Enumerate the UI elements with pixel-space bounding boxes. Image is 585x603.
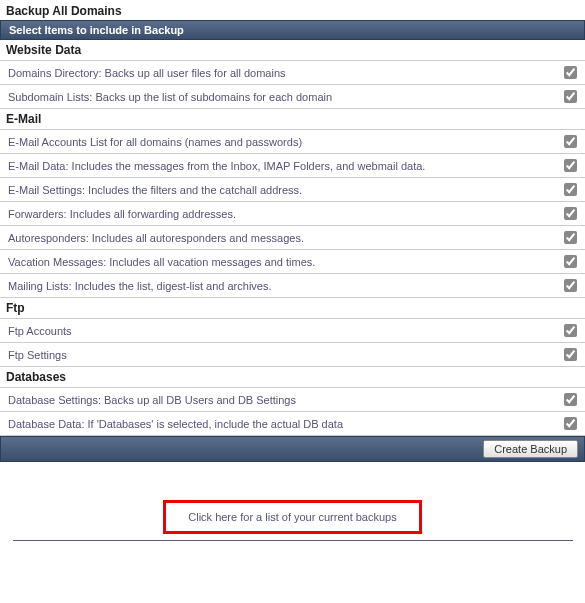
section-ftp: Ftp [0, 298, 585, 319]
row-mailing-lists: Mailing Lists: Includes the list, digest… [0, 274, 585, 298]
row-ftp-accounts: Ftp Accounts [0, 319, 585, 343]
divider [13, 540, 573, 541]
checkbox-vacation-messages[interactable] [564, 255, 577, 268]
create-backup-button[interactable]: Create Backup [483, 440, 578, 458]
label-ftp-accounts: Ftp Accounts [8, 325, 564, 337]
section-website-data: Website Data [0, 40, 585, 61]
section-databases: Databases [0, 367, 585, 388]
row-subdomain-lists: Subdomain Lists: Backs up the list of su… [0, 85, 585, 109]
row-ftp-settings: Ftp Settings [0, 343, 585, 367]
current-backups-link[interactable]: Click here for a list of your current ba… [188, 511, 396, 523]
row-database-settings: Database Settings: Backs up all DB Users… [0, 388, 585, 412]
checkbox-subdomain-lists[interactable] [564, 90, 577, 103]
row-vacation-messages: Vacation Messages: Includes all vacation… [0, 250, 585, 274]
checkbox-email-settings[interactable] [564, 183, 577, 196]
checkbox-email-data[interactable] [564, 159, 577, 172]
checkbox-database-settings[interactable] [564, 393, 577, 406]
label-email-settings: E-Mail Settings: Includes the filters an… [8, 184, 564, 196]
checkbox-ftp-settings[interactable] [564, 348, 577, 361]
section-email: E-Mail [0, 109, 585, 130]
page-title: Backup All Domains [0, 0, 585, 20]
label-autoresponders: Autoresponders: Includes all autorespond… [8, 232, 564, 244]
label-email-data: E-Mail Data: Includes the messages from … [8, 160, 564, 172]
row-domains-directory: Domains Directory: Backs up all user fil… [0, 61, 585, 85]
backups-link-container: Click here for a list of your current ba… [0, 500, 585, 534]
label-database-settings: Database Settings: Backs up all DB Users… [8, 394, 564, 406]
label-database-data: Database Data: If 'Databases' is selecte… [8, 418, 564, 430]
label-domains-directory: Domains Directory: Backs up all user fil… [8, 67, 564, 79]
select-items-header: Select Items to include in Backup [0, 20, 585, 40]
row-database-data: Database Data: If 'Databases' is selecte… [0, 412, 585, 436]
checkbox-database-data[interactable] [564, 417, 577, 430]
checkbox-domains-directory[interactable] [564, 66, 577, 79]
label-forwarders: Forwarders: Includes all forwarding addr… [8, 208, 564, 220]
row-email-settings: E-Mail Settings: Includes the filters an… [0, 178, 585, 202]
label-email-accounts: E-Mail Accounts List for all domains (na… [8, 136, 564, 148]
label-ftp-settings: Ftp Settings [8, 349, 564, 361]
row-autoresponders: Autoresponders: Includes all autorespond… [0, 226, 585, 250]
label-subdomain-lists: Subdomain Lists: Backs up the list of su… [8, 91, 564, 103]
checkbox-ftp-accounts[interactable] [564, 324, 577, 337]
label-mailing-lists: Mailing Lists: Includes the list, digest… [8, 280, 564, 292]
action-bar: Create Backup [0, 436, 585, 462]
row-email-accounts: E-Mail Accounts List for all domains (na… [0, 130, 585, 154]
row-forwarders: Forwarders: Includes all forwarding addr… [0, 202, 585, 226]
checkbox-email-accounts[interactable] [564, 135, 577, 148]
label-vacation-messages: Vacation Messages: Includes all vacation… [8, 256, 564, 268]
checkbox-autoresponders[interactable] [564, 231, 577, 244]
row-email-data: E-Mail Data: Includes the messages from … [0, 154, 585, 178]
backups-link-box: Click here for a list of your current ba… [163, 500, 421, 534]
checkbox-mailing-lists[interactable] [564, 279, 577, 292]
checkbox-forwarders[interactable] [564, 207, 577, 220]
